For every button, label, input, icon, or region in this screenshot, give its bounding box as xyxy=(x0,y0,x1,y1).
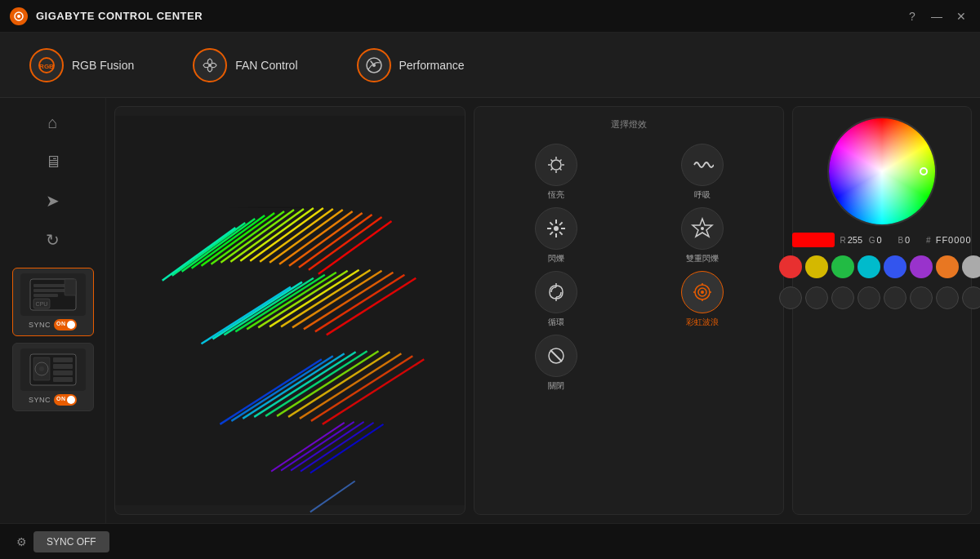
preset-color-7[interactable] xyxy=(936,255,959,278)
svg-line-84 xyxy=(550,232,553,235)
rgb-fusion-icon: RGB xyxy=(29,48,64,82)
hex-value: FF0000 xyxy=(936,235,972,245)
svg-point-1 xyxy=(17,15,20,18)
color-slot-5[interactable] xyxy=(884,286,906,309)
settings-gear-icon[interactable]: ⚙ xyxy=(16,535,27,548)
rgb-preview-panel xyxy=(114,106,466,515)
g-value: 0 xyxy=(876,235,893,245)
color-values: R 255 G 0 B 0 # FF0000 xyxy=(792,233,971,247)
nav-tabs: RGB RGB Fusion FAN Control Performance xyxy=(0,33,980,98)
effect-flash-icon xyxy=(535,207,577,250)
effect-rainbow[interactable]: 彩虹波浪 xyxy=(632,271,772,328)
color-wheel-panel: R 255 G 0 B 0 # FF0000 xyxy=(792,106,972,515)
effect-double-flash[interactable]: 雙重閃爍 xyxy=(632,207,772,264)
main-area: ⌂ 🖥 ➤ ↻ xyxy=(0,98,980,523)
svg-line-83 xyxy=(559,222,563,225)
effect-cycle-label: 循環 xyxy=(548,317,564,328)
effect-breathing[interactable]: 呼吸 xyxy=(632,144,772,201)
effect-flash[interactable]: 閃爍 xyxy=(486,207,626,264)
content-area: 選擇燈效 xyxy=(106,98,980,523)
svg-text:RGB: RGB xyxy=(39,63,54,70)
svg-line-98 xyxy=(550,350,562,362)
svg-line-75 xyxy=(559,160,561,162)
color-slot-6[interactable] xyxy=(910,286,933,309)
bottombar: ⚙ SYNC OFF xyxy=(0,523,980,559)
svg-point-68 xyxy=(551,160,561,170)
preset-color-3[interactable] xyxy=(831,255,854,278)
empty-color-slots xyxy=(779,286,980,309)
close-button[interactable]: ✕ xyxy=(952,7,970,25)
preset-color-4[interactable] xyxy=(858,255,880,278)
effect-cycle-icon xyxy=(535,271,577,313)
color-slot-1[interactable] xyxy=(779,286,802,309)
effects-grid: 恆亮 呼吸 xyxy=(486,144,772,392)
effect-flash-label: 閃爍 xyxy=(548,253,564,264)
svg-line-73 xyxy=(550,160,552,162)
svg-point-87 xyxy=(701,227,704,230)
color-slot-2[interactable] xyxy=(805,286,828,309)
app-logo xyxy=(10,7,28,25)
preset-colors xyxy=(779,255,980,278)
device2-toggle[interactable]: ON xyxy=(54,394,77,406)
svg-rect-22 xyxy=(115,116,465,506)
sidebar: ⌂ 🖥 ➤ ↻ xyxy=(0,98,106,523)
sidebar-home-icon[interactable]: ⌂ xyxy=(37,106,69,139)
svg-rect-11 xyxy=(65,279,76,295)
color-swatch[interactable] xyxy=(792,233,835,247)
effect-breathing-label: 呼吸 xyxy=(694,189,710,201)
effect-double-flash-icon xyxy=(681,207,724,250)
svg-line-76 xyxy=(550,168,552,170)
help-button[interactable]: ? xyxy=(903,7,921,25)
preset-color-2[interactable] xyxy=(805,255,828,278)
sync-off-button[interactable]: SYNC OFF xyxy=(33,531,109,552)
effect-double-flash-label: 雙重閃爍 xyxy=(686,253,719,264)
effect-rainbow-icon xyxy=(681,271,724,313)
color-slot-4[interactable] xyxy=(858,286,880,309)
effect-cycle[interactable]: 循環 xyxy=(486,271,626,328)
g-value-group: G 0 xyxy=(869,235,893,245)
color-slot-7[interactable] xyxy=(936,286,959,309)
sync-off-label: SYNC OFF xyxy=(47,536,96,548)
right-panel: 選擇燈效 xyxy=(474,106,972,515)
effect-off[interactable]: 關閉 xyxy=(486,335,626,392)
effect-steady[interactable]: 恆亮 xyxy=(486,144,626,201)
device-card-1[interactable]: CPU SYNC ON xyxy=(12,268,94,336)
device1-sync: SYNC ON xyxy=(29,319,77,331)
effect-off-label: 關閉 xyxy=(548,380,564,392)
sidebar-refresh-icon[interactable]: ↻ xyxy=(37,224,69,256)
color-slot-3[interactable] xyxy=(831,286,854,309)
effect-off-icon xyxy=(535,335,577,377)
svg-rect-21 xyxy=(53,377,73,382)
effect-steady-label: 恆亮 xyxy=(548,189,564,201)
performance-label: Performance xyxy=(399,59,465,72)
b-value-group: B 0 xyxy=(898,235,921,245)
device1-toggle[interactable]: ON xyxy=(54,319,77,331)
color-slot-8[interactable] xyxy=(962,286,980,309)
titlebar: GIGABYTE CONTROL CENTER ? — ✕ xyxy=(0,0,980,33)
svg-line-82 xyxy=(559,232,563,235)
device2-image xyxy=(20,348,86,391)
effect-rainbow-label: 彩虹波浪 xyxy=(686,317,719,328)
color-wheel[interactable] xyxy=(829,118,935,224)
tab-rgb-fusion[interactable]: RGB RGB Fusion xyxy=(16,42,147,89)
effect-breathing-icon xyxy=(681,144,724,186)
b-value: 0 xyxy=(905,235,921,245)
sidebar-monitor-icon[interactable]: 🖥 xyxy=(37,145,69,178)
preset-color-1[interactable] xyxy=(779,255,802,278)
tab-fan-control[interactable]: FAN Control xyxy=(180,42,310,89)
performance-icon xyxy=(357,48,391,82)
svg-text:CPU: CPU xyxy=(35,301,47,307)
sidebar-arrow-icon[interactable]: ➤ xyxy=(37,184,69,217)
svg-point-92 xyxy=(701,291,704,294)
device-card-2[interactable]: SYNC ON xyxy=(12,343,94,411)
r-value-group: R 255 xyxy=(840,235,863,245)
svg-point-85 xyxy=(554,226,559,231)
preset-color-5[interactable] xyxy=(884,255,906,278)
app-title: GIGABYTE CONTROL CENTER xyxy=(36,10,903,22)
svg-line-81 xyxy=(550,222,553,225)
svg-line-74 xyxy=(559,168,561,170)
tab-performance[interactable]: Performance xyxy=(344,42,478,89)
minimize-button[interactable]: — xyxy=(928,7,946,25)
preset-color-6[interactable] xyxy=(910,255,933,278)
preset-color-8[interactable] xyxy=(962,255,980,278)
